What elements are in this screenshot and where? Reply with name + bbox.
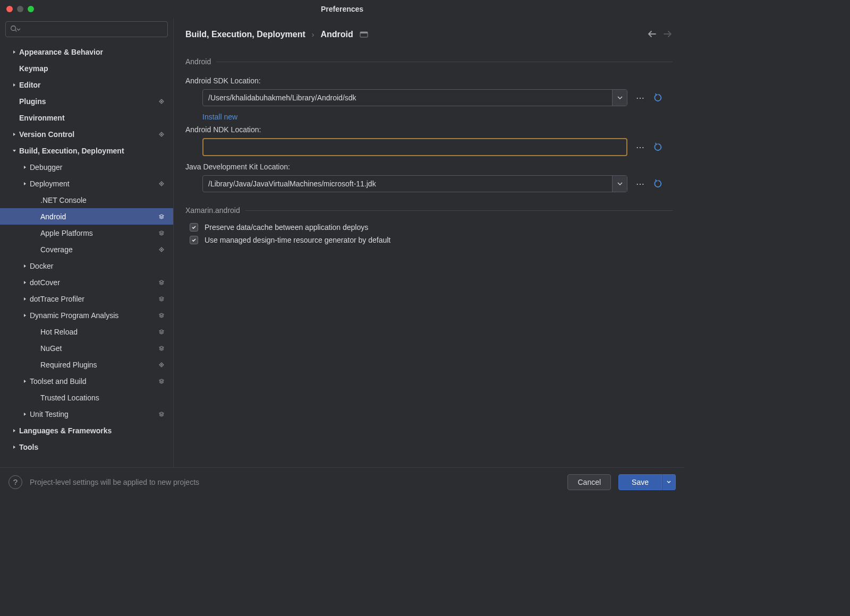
nav-back-button[interactable] [647,30,657,39]
sidebar-item-apple-platforms[interactable]: Apple Platforms [0,225,173,241]
maximize-window-button[interactable] [28,6,34,12]
breadcrumb-parent[interactable]: Build, Execution, Deployment [185,30,305,39]
chevron-right-icon [20,181,30,186]
search-box[interactable] [5,21,168,37]
search-input[interactable] [24,25,163,33]
sidebar-item-label: Languages & Frameworks [19,426,157,435]
sidebar-item-label: NuGet [40,344,157,353]
sidebar-item-android[interactable]: Android [0,208,173,225]
sidebar-item-plugins[interactable]: Plugins [0,93,173,109]
scope-indicator-icon [157,98,166,105]
svg-point-4 [161,183,163,184]
sidebar-item-debugger[interactable]: Debugger [0,159,173,175]
managed-generator-checkbox[interactable] [190,236,198,244]
sidebar-item-required-plugins[interactable]: Required Plugins [0,356,173,373]
sidebar-item--net-console[interactable]: .NET Console [0,192,173,208]
close-window-button[interactable] [6,6,13,12]
chevron-right-icon [20,379,30,384]
jdk-dropdown-button[interactable] [612,176,627,192]
sidebar-item-label: Hot Reload [40,328,157,336]
svg-point-5 [161,249,163,250]
sidebar-item-version-control[interactable]: Version Control [0,126,173,142]
sidebar-item-deployment[interactable]: Deployment [0,175,173,192]
sidebar-item-label: .NET Console [40,196,157,204]
jdk-location-field[interactable] [202,175,627,192]
jdk-reset-button[interactable] [653,179,663,189]
footer: ? Project-level settings will be applied… [0,467,684,496]
sidebar-item-label: Toolset and Build [30,377,157,386]
sdk-dropdown-button[interactable] [612,90,627,106]
sidebar-item-label: Editor [19,81,157,89]
ndk-label: Android NDK Location: [185,125,673,134]
ndk-reset-button[interactable] [653,142,663,152]
managed-generator-label: Use managed design-time resource generat… [205,236,390,244]
section-xamarin-title: Xamarin.android [185,206,673,215]
sidebar-item-trusted-locations[interactable]: Trusted Locations [0,389,173,406]
sidebar-item-environment[interactable]: Environment [0,109,173,126]
sidebar-item-coverage[interactable]: Coverage [0,241,173,258]
nav-forward-button [663,30,673,39]
scope-indicator-icon [157,378,166,384]
sidebar-item-keymap[interactable]: Keymap [0,60,173,76]
sdk-browse-button[interactable]: ⋯ [634,93,647,103]
sidebar-item-label: Build, Execution, Deployment [19,147,157,155]
svg-point-0 [11,25,16,30]
sidebar-item-label: Keymap [19,64,157,73]
traffic-lights [0,6,34,12]
sdk-label: Android SDK Location: [185,76,673,85]
jdk-browse-button[interactable]: ⋯ [634,179,647,189]
sidebar-item-tools[interactable]: Tools [0,439,173,455]
sidebar-item-appearance-behavior[interactable]: Appearance & Behavior [0,44,173,60]
sdk-location-field[interactable] [202,89,627,106]
sidebar-item-dotcover[interactable]: dotCover [0,274,173,290]
ndk-browse-button[interactable]: ⋯ [634,142,647,152]
jdk-label: Java Development Kit Location: [185,162,673,171]
ndk-location-input[interactable] [203,143,626,151]
sidebar-item-dottrace-profiler[interactable]: dotTrace Profiler [0,290,173,307]
svg-point-6 [161,364,163,365]
chevron-right-icon [10,82,19,88]
cancel-button[interactable]: Cancel [567,474,611,490]
sidebar-item-hot-reload[interactable]: Hot Reload [0,323,173,340]
sidebar-item-editor[interactable]: Editor [0,76,173,93]
chevron-down-icon [16,25,21,33]
help-button[interactable]: ? [8,475,22,489]
sidebar-item-unit-testing[interactable]: Unit Testing [0,406,173,422]
ndk-location-field[interactable] [202,138,627,156]
chevron-right-icon [20,313,30,318]
sidebar-item-label: dotCover [30,278,157,287]
sidebar-item-dynamic-program-analysis[interactable]: Dynamic Program Analysis [0,307,173,323]
sidebar-item-docker[interactable]: Docker [0,258,173,274]
preserve-cache-checkbox[interactable] [190,223,198,232]
scope-indicator-icon [157,345,166,352]
sidebar-item-label: Tools [19,443,157,451]
scope-indicator-icon [157,296,166,302]
svg-point-3 [161,133,163,135]
chevron-right-icon [20,280,30,285]
jdk-location-input[interactable] [203,179,612,188]
sdk-location-input[interactable] [203,93,612,102]
sidebar-item-label: Unit Testing [30,410,157,418]
sidebar-item-toolset-and-build[interactable]: Toolset and Build [0,373,173,389]
install-new-link[interactable]: Install new [185,113,673,121]
scope-indicator-icon [157,312,166,319]
scope-indicator-icon [157,181,166,187]
sidebar-item-label: Deployment [30,179,157,188]
sidebar-item-nuget[interactable]: NuGet [0,340,173,356]
sidebar-item-label: Appearance & Behavior [19,48,157,56]
sidebar-item-languages-frameworks[interactable]: Languages & Frameworks [0,422,173,439]
chevron-right-icon [10,428,19,433]
sidebar-item-build-execution-deployment[interactable]: Build, Execution, Deployment [0,142,173,159]
sidebar: Appearance & BehaviorKeymapEditorPlugins… [0,18,174,467]
scope-indicator-icon [157,279,166,286]
chevron-right-icon [10,444,19,450]
sdk-reset-button[interactable] [653,93,663,102]
minimize-window-button[interactable] [17,6,23,12]
sidebar-item-label: Plugins [19,97,157,106]
chevron-right-icon [20,412,30,417]
save-dropdown-button[interactable] [662,474,676,490]
scope-icon [360,31,368,38]
scope-indicator-icon [157,411,166,417]
sidebar-item-label: Debugger [30,163,157,172]
save-button[interactable]: Save [618,474,662,490]
